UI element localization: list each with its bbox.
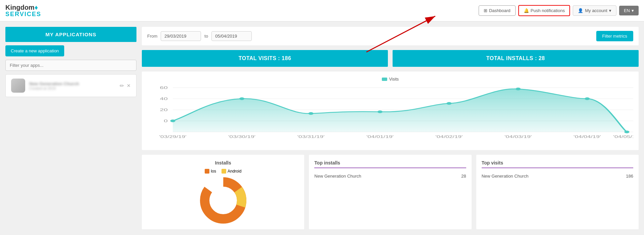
app-info: New Generation Church Created at 2019	[29, 81, 116, 90]
to-label: to	[204, 34, 208, 39]
chart-legend: Visits	[147, 77, 633, 82]
stats-row: TOTAL VISITS : 186 TOTAL INSTALLS : 28	[142, 50, 639, 67]
svg-text:'04/02/19': '04/02/19'	[435, 135, 462, 139]
filter-apps-input[interactable]	[5, 60, 136, 71]
dashboard-button[interactable]: ⊞ Dashboard	[479, 5, 516, 16]
bell-icon: 🔔	[524, 8, 529, 13]
from-label: From	[147, 34, 157, 39]
dashboard-icon: ⊞	[484, 8, 487, 13]
svg-text:'04/04/19': '04/04/19'	[573, 135, 601, 139]
android-swatch	[222, 169, 226, 174]
edit-icon[interactable]: ✏	[120, 83, 124, 89]
ios-swatch	[205, 169, 209, 174]
android-legend-item: Android	[222, 169, 241, 174]
top-visits-row: New Generation Church 186	[482, 172, 633, 180]
push-notifications-label: Push notifications	[531, 8, 565, 13]
svg-text:40: 40	[160, 97, 168, 101]
donut-legend: Ios Android	[205, 169, 241, 174]
chart-area: Visits 60 40 20 0	[142, 72, 639, 150]
header-nav: ⊞ Dashboard 🔔 Push notifications 👤 My ac…	[479, 5, 639, 16]
right-panel: From to Filter metrics TOTAL VISITS : 18…	[142, 27, 639, 230]
svg-text:'04/01/19': '04/01/19'	[366, 135, 394, 139]
top-visits-card: Top visits New Generation Church 186	[476, 155, 639, 229]
chart-point	[377, 110, 383, 113]
push-notifications-button[interactable]: 🔔 Push notifications	[518, 5, 570, 16]
chart-svg-wrap: 60 40 20 0	[147, 84, 633, 145]
main-layout: MY APPLICATIONS Create a new application…	[0, 21, 644, 235]
top-installs-title: Top installs	[314, 160, 466, 168]
top-visits-count: 186	[626, 174, 633, 179]
chart-point	[516, 88, 521, 90]
app-card: New Generation Church Created at 2019 ✏ …	[5, 74, 136, 97]
svg-text:0: 0	[164, 119, 168, 123]
left-panel: MY APPLICATIONS Create a new application…	[5, 27, 136, 230]
chart-point	[624, 131, 629, 133]
top-installs-app-name: New Generation Church	[314, 174, 361, 179]
app-icon	[11, 79, 25, 93]
create-new-application-button[interactable]: Create a new application	[5, 45, 64, 56]
visits-legend-label: Visits	[389, 77, 399, 82]
user-icon: 👤	[578, 8, 583, 13]
total-visits-card: TOTAL VISITS : 186	[142, 50, 388, 67]
bottom-row: Installs Ios Android	[142, 155, 639, 229]
svg-text:'03/29/19': '03/29/19'	[159, 135, 186, 139]
dashboard-label: Dashboard	[489, 8, 511, 13]
logo-services: SERVICES	[5, 11, 41, 18]
date-filter-row: From to Filter metrics	[142, 27, 639, 45]
ios-legend-item: Ios	[205, 169, 216, 174]
android-label: Android	[228, 169, 241, 174]
language-button[interactable]: EN ▾	[619, 6, 639, 15]
svg-text:'04/05/19': '04/05/19'	[613, 135, 633, 139]
app-name: New Generation Church	[29, 81, 116, 86]
chart-point	[170, 120, 175, 122]
visits-chart-svg: 60 40 20 0	[147, 84, 633, 145]
total-installs-card: TOTAL INSTALLS : 28	[393, 50, 639, 67]
header: Kingdom♦ SERVICES ⊞ Dashboard 🔔 Push not…	[0, 0, 644, 21]
app-created: Created at 2019	[29, 86, 116, 90]
language-label: EN	[624, 8, 630, 13]
installs-card: Installs Ios Android	[142, 155, 304, 229]
logo: Kingdom♦ SERVICES	[5, 4, 41, 18]
visits-legend-swatch	[382, 78, 387, 81]
installs-title: Installs	[215, 160, 231, 166]
svg-text:'03/30/19': '03/30/19'	[228, 135, 255, 139]
my-account-button[interactable]: 👤 My account ▾	[573, 5, 616, 16]
chart-point	[239, 97, 244, 100]
delete-icon[interactable]: ✕	[127, 83, 131, 88]
app-actions: ✏ ✕	[120, 83, 131, 89]
svg-text:20: 20	[160, 108, 168, 112]
chart-point	[446, 102, 451, 105]
chevron-down-icon: ▾	[609, 8, 611, 13]
top-visits-title: Top visits	[482, 160, 633, 168]
top-visits-app-name: New Generation Church	[482, 174, 528, 179]
svg-text:60: 60	[160, 86, 168, 90]
chart-point	[308, 112, 313, 115]
to-date-input[interactable]	[211, 31, 252, 41]
donut-hole	[210, 188, 236, 213]
chart-point	[585, 97, 590, 100]
my-applications-title: MY APPLICATIONS	[5, 27, 136, 42]
svg-text:'04/03/19': '04/03/19'	[505, 135, 532, 139]
filter-metrics-button[interactable]: Filter metrics	[596, 31, 633, 41]
my-account-label: My account	[585, 8, 607, 13]
from-date-input[interactable]	[161, 31, 201, 41]
donut-chart	[200, 177, 247, 224]
chevron-down-icon-lang: ▾	[632, 8, 634, 13]
ios-label: Ios	[211, 169, 216, 174]
top-installs-row: New Generation Church 28	[314, 172, 466, 180]
top-installs-card: Top installs New Generation Church 28	[309, 155, 471, 229]
top-installs-count: 28	[461, 174, 466, 179]
svg-text:'03/31/19': '03/31/19'	[297, 135, 324, 139]
